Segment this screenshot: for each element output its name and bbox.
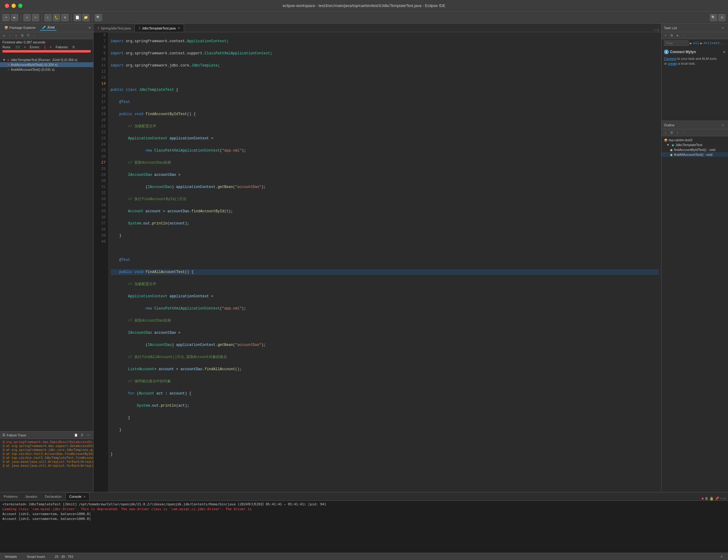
toolbar-btn-2[interactable]: ▶ — [11, 14, 18, 21]
console-tab[interactable]: Console ✕ — [65, 493, 90, 500]
trace-text-1: org.springframework.dao.EmptyResultDataA… — [6, 440, 93, 444]
console-output-line-2: Account [id=3, username=tom, balance=100… — [2, 517, 726, 521]
junit-fail-icon: ✕ — [13, 33, 19, 38]
toolbar-btn-8[interactable]: 🔍 — [95, 14, 102, 21]
jdbc-template-tab[interactable]: J JdbcTemplateTest.java ✕ — [135, 24, 184, 32]
status-writable: Writable — [5, 555, 17, 558]
trace-collapse-btn[interactable]: □ — [85, 432, 91, 438]
outline-filter-btn[interactable]: ☰ — [669, 130, 674, 135]
failure-trace-panel: ☰ Failure Trace 📋 ☰ □ ☰ org.springframew… — [0, 431, 93, 492]
junit-more-btn[interactable]: ⋮ — [32, 33, 37, 38]
failure-trace-content: ☰ org.springframework.dao.EmptyResultDat… — [0, 439, 93, 492]
task-list-close[interactable]: ✕ — [720, 25, 726, 31]
outline-panel: Outline ✕ ↕ ☰ ↕ ⋮ 📦 top.cairbin.test3 — [661, 121, 728, 492]
bottom-tab-controls: ■ 🗑 🔒 📌 ─ □ — [702, 497, 728, 500]
junit-bar-fill — [2, 50, 91, 53]
trace-line-4: ☰ at top.cairbin.test3.AccountDao.findAc… — [2, 452, 91, 456]
junit-history-btn[interactable]: ⏱ — [26, 33, 31, 38]
task-search-input[interactable] — [664, 40, 689, 46]
declaration-tab[interactable]: Declaration — [41, 493, 65, 500]
test-root-item[interactable]: ▼ ✕ JdbcTemplateTest [Runner: JUnit 5] (… — [0, 57, 93, 62]
window-controls[interactable] — [5, 4, 22, 8]
code-editor[interactable]: 6 7 8 9 10 11 12 13 14 15 16 17 18 19 20… — [94, 32, 661, 492]
console-tab-close[interactable]: ✕ — [83, 495, 86, 498]
status-position: 25 : 39 : 753 — [55, 555, 73, 558]
outline-package-item[interactable]: 📦 top.cairbin.test3 — [661, 138, 728, 142]
maximize-button[interactable] — [18, 4, 22, 8]
junit-failures-value: 0 — [73, 45, 74, 49]
junit-up-btn[interactable]: ↑ — [7, 33, 13, 38]
toolbar-btn-6[interactable]: 📄 — [74, 14, 81, 21]
connect-link[interactable]: Connect — [664, 57, 676, 60]
package-explorer-tab[interactable]: 📦 Package Explorer — [2, 25, 38, 30]
outline-sort-btn[interactable]: ↕ — [675, 130, 680, 135]
connect-mylyn-close-btn[interactable]: ✕ — [723, 50, 726, 54]
task-toolbar: + ☰ ⚙ ⋮ — [661, 32, 728, 39]
junit-runs-value: 2/2 — [15, 45, 20, 49]
create-link[interactable]: create — [668, 62, 677, 65]
close-button[interactable] — [5, 4, 9, 8]
left-panel-close[interactable]: ✕ — [89, 26, 91, 30]
trace-line-2: ☰ at org.springframework.dao.support.Dat… — [2, 444, 91, 448]
toolbar-btn-1[interactable]: ⬅ — [2, 14, 10, 21]
toolbar-btn-5[interactable]: ⚙ — [61, 14, 69, 21]
toolbar-btn-7[interactable]: 📁 — [82, 14, 90, 21]
javadoc-tab[interactable]: Javadoc — [21, 493, 41, 500]
connect-text-3: a local task. — [678, 62, 696, 65]
console-clear-btn[interactable]: 🗑 — [705, 497, 708, 500]
outline-close-btn[interactable]: ✕ — [720, 122, 726, 128]
junit-tab[interactable]: 🧪 JUnit — [40, 25, 56, 31]
toolbar-btn-3[interactable]: ↩ — [23, 14, 31, 21]
declaration-tab-label: Declaration — [45, 495, 62, 498]
minimize-button[interactable] — [12, 4, 16, 8]
task-all-label[interactable]: All — [693, 41, 699, 45]
task-more-btn[interactable]: ⋮ — [681, 33, 686, 38]
minimize-editor-btn[interactable]: ─ — [654, 28, 656, 32]
console-terminate-btn[interactable]: ■ — [702, 497, 704, 500]
code-content[interactable]: import org.springframework.context.Appli… — [108, 32, 661, 492]
trace-text-6: at java.base/java.util.ArrayList.forEach… — [6, 460, 93, 463]
tab-close-button[interactable]: ✕ — [178, 26, 180, 30]
junit-runs-label: Runs: — [2, 45, 11, 49]
editor-container: J SpringJdbcTest.java J JdbcTemplateTest… — [94, 24, 661, 492]
trace-filter-btn[interactable]: ☰ — [79, 432, 85, 438]
task-settings-btn[interactable]: ⚙ — [675, 33, 680, 38]
problems-tab[interactable]: Problems — [0, 493, 21, 500]
toolbar-btn-debug[interactable]: 🐛 — [53, 14, 60, 21]
bottom-panel: Problems Javadoc Declaration Console ✕ ■… — [0, 492, 728, 553]
spring-jdbc-tab[interactable]: J SpringJdbcTest.java — [94, 24, 135, 32]
outline-class-item[interactable]: ▼ ◉ JdbcTemplateTest — [661, 142, 728, 147]
settings-icon[interactable]: ⚙ — [718, 14, 726, 21]
class-icon: ◉ — [672, 143, 674, 147]
connect-mylyn-text: Connect to your task and ALM tools or cr… — [664, 56, 726, 66]
outline-collapse-btn[interactable]: ↕ — [663, 130, 668, 135]
console-tab-label: Console — [69, 495, 81, 498]
toolbar-btn-4[interactable]: ↪ — [32, 14, 39, 21]
bottom-maximize-btn[interactable]: □ — [723, 497, 726, 500]
console-scroll-lock-btn[interactable]: 🔒 — [709, 497, 714, 500]
task-new-btn[interactable]: + — [663, 33, 668, 38]
task-filter-btn[interactable]: ☰ — [669, 33, 674, 38]
trace-text-3: at org.springframework.jdbc.core.JdbcTem… — [6, 448, 93, 452]
console-output-line-1: Account [id=2, username=tom, balance=100… — [2, 512, 726, 517]
connect-mylyn-title: Connect Mylyn — [670, 50, 696, 54]
outline-method-2[interactable]: ◉ findAllAccountTest() : void — [661, 152, 728, 157]
console-pin-btn[interactable]: 📌 — [715, 497, 719, 500]
task-activate-label[interactable]: Activate... — [703, 41, 726, 45]
maximize-editor-btn[interactable]: □ — [657, 28, 659, 32]
bottom-minimize-btn[interactable]: ─ — [720, 497, 723, 500]
outline-more-btn[interactable]: ⋮ — [681, 130, 686, 135]
toolbar-btn-run[interactable]: ▶ — [44, 14, 52, 21]
test-item-find-all[interactable]: ✓ findAllAccountTest() (0.031 s) — [0, 67, 93, 72]
task-list-title: Task List — [664, 26, 677, 30]
problems-tab-label: Problems — [4, 495, 18, 498]
junit-filter-btn[interactable]: ☰ — [19, 33, 25, 38]
test-item-find-by-id[interactable]: ✕ findAccountByIdTest() (0.324 s) — [0, 62, 93, 67]
line-numbers: 6 7 8 9 10 11 12 13 14 15 16 17 18 19 20… — [94, 32, 108, 492]
trace-text-5: at top.cairbin.test3.JdbcTemplateTest.fi… — [6, 456, 93, 459]
trace-copy-btn[interactable]: 📋 — [73, 432, 79, 438]
outline-method-1[interactable]: ◉ findAccountByIdTest() : void — [661, 147, 728, 152]
trace-line-5: ☰ at top.cairbin.test3.JdbcTemplateTest.… — [2, 456, 91, 460]
junit-rerun-btn[interactable]: ↺ — [1, 33, 7, 38]
tab-java-icon-1: J — [97, 26, 99, 30]
